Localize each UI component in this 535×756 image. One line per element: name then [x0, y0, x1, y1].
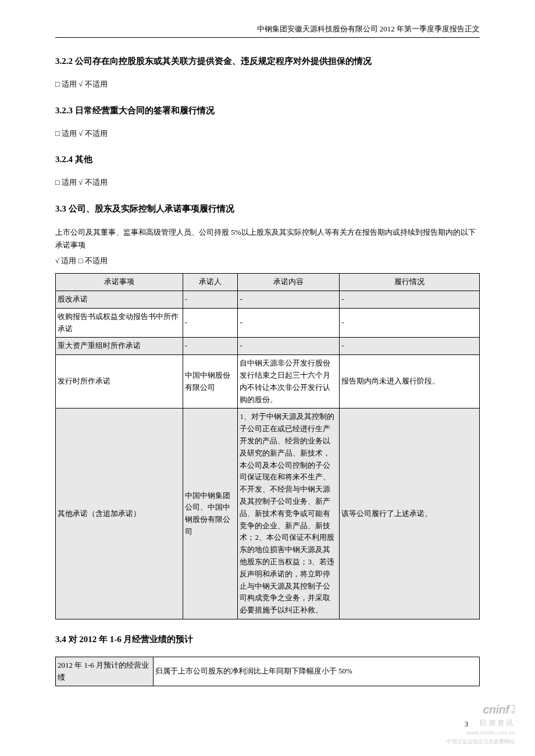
- table-row: 其他承诺（含追加承诺）中国中钢集团公司、中国中钢股份有限公司1、对于中钢天源及其…: [56, 409, 480, 619]
- table-cell: 自中钢天源非公开发行股份发行结束之日起三十六个月内不转让本次非公开发行认购的股份…: [238, 355, 340, 409]
- section-323-heading: 3.2.3 日常经营重大合同的签署和履行情况: [55, 103, 480, 117]
- header-title: 中钢集团安徽天源科技股份有限公司 2012 年第一季度季度报告正文: [55, 23, 480, 38]
- table-cell: 中国中钢股份有限公司: [183, 355, 238, 409]
- table-cell: 股改承诺: [56, 291, 183, 308]
- th-perform: 履行情况: [340, 274, 480, 291]
- section-34-heading: 3.4 对 2012 年 1-6 月经营业绩的预计: [55, 632, 480, 646]
- watermark: cninf⤵ 巨潮资讯 www.cninfo.com.cn 中国证监会指定信息披…: [447, 700, 515, 715]
- table-cell: 重大资产重组时所作承诺: [56, 338, 183, 355]
- table-cell: -: [340, 308, 480, 338]
- table-row: 收购报告书或权益变动报告书中所作承诺---: [56, 308, 480, 338]
- table-cell: -: [340, 291, 480, 308]
- section-33-heading: 3.3 公司、股东及实际控制人承诺事项履行情况: [55, 202, 480, 216]
- table-cell: 1、对于中钢天源及其控制的子公司正在或已经进行生产开发的产品、经营的业务以及研究…: [238, 409, 340, 619]
- th-item: 承诺事项: [56, 274, 183, 291]
- table-cell: 其他承诺（含追加承诺）: [56, 409, 183, 619]
- section-322-applicability: □ 适用 √ 不适用: [55, 78, 480, 91]
- table-cell: 收购报告书或权益变动报告书中所作承诺: [56, 308, 183, 338]
- table-row: 重大资产重组时所作承诺---: [56, 338, 480, 355]
- table-cell: -: [183, 338, 238, 355]
- table-cell: 报告期内尚未进入履行阶段。: [340, 355, 480, 409]
- commitments-table: 承诺事项 承诺人 承诺内容 履行情况 股改承诺---收购报告书或权益变动报告书中…: [55, 273, 480, 619]
- forecast-table: 2012 年 1-6 月预计的经营业绩 归属于上市公司股东的净利润比上年同期下降…: [55, 657, 480, 687]
- table-cell: -: [183, 308, 238, 338]
- section-323-applicability: □ 适用 √ 不适用: [55, 128, 480, 140]
- forecast-label: 2012 年 1-6 月预计的经营业绩: [56, 657, 154, 686]
- table-row: 2012 年 1-6 月预计的经营业绩 归属于上市公司股东的净利润比上年同期下降…: [56, 657, 480, 686]
- forecast-value: 归属于上市公司股东的净利润比上年同期下降幅度小于 50%: [153, 657, 479, 686]
- th-content: 承诺内容: [238, 274, 340, 291]
- table-cell: -: [238, 308, 340, 338]
- table-cell: 发行时所作承诺: [56, 355, 183, 409]
- table-header-row: 承诺事项 承诺人 承诺内容 履行情况: [56, 274, 480, 291]
- table-cell: 该等公司履行了上述承诺。: [340, 409, 480, 619]
- section-33-intro: 上市公司及其董事、监事和高级管理人员、公司持股 5%以上股东及其实际控制人等有关…: [55, 226, 480, 252]
- watermark-logo: cninf⤵: [447, 700, 515, 715]
- table-row: 股改承诺---: [56, 291, 480, 308]
- table-cell: -: [183, 291, 238, 308]
- table-cell: 中国中钢集团公司、中国中钢股份有限公司: [183, 409, 238, 619]
- section-322-heading: 3.2.2 公司存在向控股股东或其关联方提供资金、违反规定程序对外提供担保的情况: [55, 54, 480, 68]
- th-person: 承诺人: [183, 274, 238, 291]
- table-cell: -: [238, 291, 340, 308]
- section-33-applicability: √ 适用 □ 不适用: [55, 255, 480, 267]
- table-cell: -: [340, 338, 480, 355]
- table-cell: -: [238, 338, 340, 355]
- section-324-heading: 3.2.4 其他: [55, 152, 480, 166]
- table-row: 发行时所作承诺中国中钢股份有限公司自中钢天源非公开发行股份发行结束之日起三十六个…: [56, 355, 480, 409]
- section-324-applicability: □ 适用 √ 不适用: [55, 177, 480, 189]
